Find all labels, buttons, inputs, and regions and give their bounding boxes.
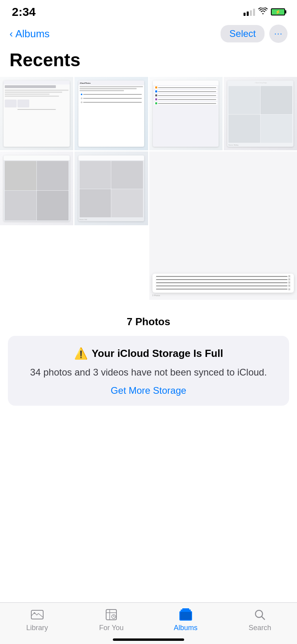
tab-albums-label: Albums <box>174 624 198 632</box>
photo-thumb-2[interactable]: iCloud Photos <box>74 77 148 150</box>
warning-icon: ⚠️ <box>74 347 88 360</box>
albums-icon <box>177 608 194 622</box>
tab-search[interactable]: Search <box>236 608 284 632</box>
get-more-storage-link[interactable]: Get More Storage <box>20 385 277 396</box>
svg-rect-8 <box>182 608 189 610</box>
icloud-warning-card: ⚠️ Your iCloud Storage Is Full 34 photos… <box>8 336 289 406</box>
svg-rect-9 <box>180 612 191 620</box>
photo-thumb-7[interactable]: 5 Photos <box>149 151 297 300</box>
home-indicator <box>113 638 184 641</box>
svg-rect-7 <box>181 610 191 611</box>
page-title: Recents <box>10 49 287 71</box>
tab-albums[interactable]: Albums <box>162 608 209 632</box>
select-button[interactable]: Select <box>221 25 265 42</box>
back-button[interactable]: ‹ Albums <box>10 28 50 40</box>
photo-thumb-1[interactable] <box>0 77 73 150</box>
battery-icon: ⚡ <box>271 8 285 15</box>
more-button[interactable]: ··· <box>269 25 287 43</box>
icloud-warning-desc: 34 photos and 3 videos have not been syn… <box>20 366 277 380</box>
tab-library-label: Library <box>26 624 48 632</box>
tab-for-you[interactable]: For You <box>88 608 135 632</box>
photo-thumb-5[interactable] <box>0 151 73 225</box>
tab-bar: Library For You Albums <box>0 602 297 644</box>
for-you-icon <box>103 608 120 622</box>
status-icons: ⚡ <box>244 8 285 17</box>
back-chevron-icon: ‹ <box>10 28 13 40</box>
library-icon <box>29 608 46 622</box>
photo-thumb-3[interactable] <box>149 77 223 150</box>
tab-for-you-label: For You <box>99 624 124 632</box>
back-label: Albums <box>15 28 50 40</box>
icloud-warning-title: ⚠️ Your iCloud Storage Is Full <box>20 347 277 360</box>
photo-count: 7 Photos <box>0 300 297 336</box>
svg-line-11 <box>262 617 265 619</box>
photo-grid-row1: iCloud Photos <box>0 77 297 150</box>
signal-icon <box>244 8 255 16</box>
svg-point-1 <box>34 612 35 614</box>
tab-search-label: Search <box>249 624 271 632</box>
nav-bar: ‹ Albums Select ··· <box>0 21 297 48</box>
search-icon <box>251 608 268 622</box>
photo-grid-row2: Recents Hello <box>0 151 297 300</box>
status-bar: 2:34 ⚡ <box>0 0 297 21</box>
tab-library[interactable]: Library <box>13 608 61 632</box>
photo-thumb-4[interactable]: ✓ Shared Library Badge Recents Wedding <box>224 77 297 150</box>
nav-actions: Select ··· <box>221 25 287 43</box>
wifi-icon <box>258 8 268 17</box>
photo-thumb-6[interactable]: Recents Hello <box>74 151 148 225</box>
page-title-section: Recents <box>0 48 297 77</box>
status-time: 2:34 <box>12 5 36 19</box>
